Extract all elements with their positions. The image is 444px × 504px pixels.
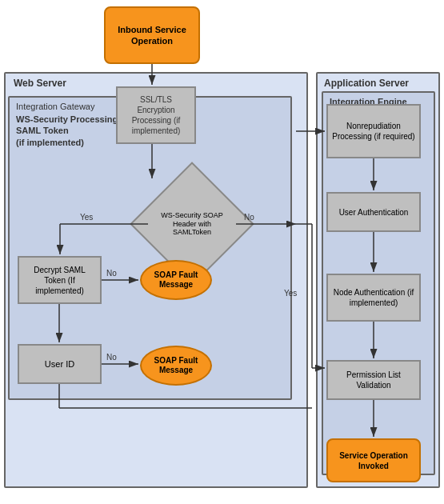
permission-list-label: Permission List Validation [332, 370, 415, 390]
permission-list-shape: Permission List Validation [326, 360, 421, 400]
web-server-label: Web Server [14, 78, 66, 89]
decrypt-saml-shape: Decrypt SAML Token (If implemented) [18, 256, 102, 304]
soap-fault-1-label: SOAP Fault Message [146, 270, 206, 290]
soap-fault-2-shape: SOAP Fault Message [140, 346, 212, 386]
decrypt-saml-label: Decrypt SAML Token (If implemented) [23, 265, 96, 296]
diamond-label: WS-Security SOAP Header with SAMLToken [148, 180, 236, 268]
nonrepudiation-shape: Nonrepudiation Processing (if required) [326, 104, 421, 158]
nonrepudiation-label: Nonrepudiation Processing (if required) [332, 121, 415, 142]
ssl-tls-shape: SSL/TLS Encryption Processing (if implem… [116, 86, 196, 144]
service-invoked-shape: Service Operation Invoked [326, 438, 421, 482]
service-invoked-label: Service Operation Invoked [332, 450, 415, 471]
node-auth-shape: Node Authentication (if implemented) [326, 274, 421, 322]
ssl-tls-label: SSL/TLS Encryption Processing (if implem… [122, 94, 190, 136]
diagram-container: Web Server Application Server Integratio… [0, 0, 444, 504]
integration-gateway-label: Integration Gateway [16, 102, 94, 111]
ws-security-label: WS-Security Processing SAML Token (if im… [16, 114, 118, 148]
ws-security-diamond: WS-Security SOAP Header with SAMLToken [148, 180, 236, 268]
user-id-shape: User ID [18, 344, 102, 384]
app-server-label: Application Server [324, 78, 409, 89]
inbound-service-label: Inbound Service Operation [110, 24, 194, 47]
user-id-label: User ID [45, 359, 74, 369]
node-auth-label: Node Authentication (if implemented) [332, 287, 415, 308]
soap-fault-2-label: SOAP Fault Message [146, 356, 206, 375]
inbound-service-shape: Inbound Service Operation [104, 6, 200, 64]
user-auth-shape: User Authentication [326, 192, 421, 232]
user-auth-label: User Authentication [339, 207, 409, 218]
